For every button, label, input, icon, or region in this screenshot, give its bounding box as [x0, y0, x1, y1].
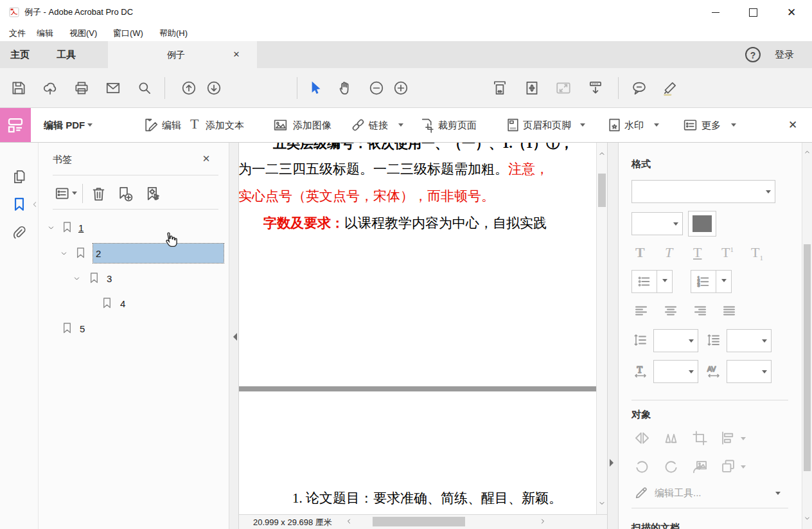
- select-tool-icon[interactable]: [306, 80, 323, 96]
- horizontal-scale-select[interactable]: [653, 360, 698, 383]
- expand-chevron-icon[interactable]: [46, 223, 56, 233]
- align-justify-button[interactable]: [721, 303, 737, 319]
- previous-page-icon[interactable]: [181, 80, 197, 96]
- expand-chevron-icon[interactable]: [72, 274, 82, 283]
- document-tab[interactable]: 例子 ✕: [108, 41, 257, 68]
- menu-edit[interactable]: 编辑: [34, 26, 56, 40]
- link-button[interactable]: 链接: [369, 108, 403, 142]
- panel-scrollbar[interactable]: [802, 143, 812, 529]
- numbered-list-dropdown[interactable]: [716, 270, 732, 293]
- edit-tool-button[interactable]: 编辑: [162, 108, 181, 142]
- menu-view[interactable]: 视图(V): [67, 26, 100, 40]
- superscript-button[interactable]: T1: [721, 244, 734, 261]
- scroll-down-icon[interactable]: [803, 514, 811, 523]
- next-page-icon[interactable]: [206, 80, 222, 96]
- bookmark-options-button[interactable]: [54, 185, 71, 202]
- document-tab-close-icon[interactable]: ✕: [230, 48, 243, 61]
- align-right-button[interactable]: [692, 303, 707, 319]
- highlight-icon[interactable]: [662, 80, 678, 96]
- font-size-select[interactable]: [631, 212, 683, 235]
- collapse-left-panel-icon[interactable]: [229, 333, 237, 341]
- tab-home[interactable]: 主页: [10, 41, 30, 68]
- paragraph-spacing-select[interactable]: [727, 329, 772, 352]
- vertical-scrollbar-thumb[interactable]: [598, 174, 606, 207]
- vertical-scrollbar[interactable]: [596, 143, 607, 514]
- pdf-page-viewport[interactable]: 五类层级编号：依次使用一、（一）、1.（1）①， 为一二三四五级标题。一二三级标…: [239, 143, 596, 514]
- menu-file[interactable]: 文件: [6, 26, 28, 40]
- crop-object-button[interactable]: [691, 429, 709, 447]
- maximize-button[interactable]: [739, 0, 767, 24]
- replace-image-button[interactable]: [691, 458, 709, 475]
- hand-tool-icon[interactable]: [337, 80, 353, 96]
- attachments-icon[interactable]: [11, 225, 28, 242]
- align-objects-button[interactable]: [719, 429, 737, 447]
- character-spacing-select[interactable]: [727, 360, 772, 383]
- bookmark-item-icon[interactable]: [100, 296, 114, 310]
- sign-in-button[interactable]: 登录: [775, 41, 794, 68]
- bookmark-item-icon[interactable]: [87, 271, 101, 285]
- numbered-list-button[interactable]: [691, 270, 716, 293]
- panel-scrollbar-thumb[interactable]: [804, 244, 811, 471]
- scroll-down-icon[interactable]: [597, 499, 606, 508]
- edit-tools-label[interactable]: 编辑工具...: [655, 487, 702, 499]
- bulleted-list-button[interactable]: [631, 270, 657, 293]
- more-button[interactable]: 更多: [702, 108, 736, 142]
- add-image-button[interactable]: 添加图像: [293, 108, 331, 142]
- left-panel-splitter[interactable]: [229, 143, 239, 529]
- scroll-up-icon[interactable]: [597, 149, 606, 158]
- fullscreen-icon[interactable]: [555, 80, 572, 96]
- collapse-right-panel-icon[interactable]: [610, 459, 617, 467]
- bookmark-item-3[interactable]: 3: [107, 273, 112, 284]
- add-text-icon[interactable]: T: [190, 116, 199, 132]
- font-color-swatch[interactable]: [688, 211, 716, 237]
- line-spacing-select[interactable]: [653, 329, 698, 352]
- underline-button[interactable]: T: [693, 244, 702, 261]
- add-text-button[interactable]: 添加文本: [206, 108, 244, 142]
- watermark-icon[interactable]: [606, 117, 622, 133]
- close-window-button[interactable]: ✕: [777, 0, 806, 24]
- link-icon[interactable]: [350, 117, 366, 133]
- share-cloud-icon[interactable]: [42, 80, 58, 96]
- edit-pdf-menu[interactable]: 编辑 PDF: [44, 108, 93, 142]
- rotate-clockwise-button[interactable]: [662, 458, 680, 475]
- header-footer-icon[interactable]: [505, 117, 521, 133]
- bookmark-item-1[interactable]: 1: [78, 222, 84, 233]
- hide-toolbar-icon[interactable]: [587, 80, 604, 96]
- scroll-up-icon[interactable]: [803, 148, 811, 156]
- chevron-down-icon[interactable]: [775, 492, 781, 498]
- bookmarks-panel-icon[interactable]: [11, 196, 28, 213]
- close-bookmarks-panel-button[interactable]: ✕: [199, 152, 213, 166]
- italic-button[interactable]: T: [665, 244, 673, 261]
- edit-pdf-tool-icon[interactable]: [0, 108, 31, 142]
- watermark-button[interactable]: 水印: [624, 108, 659, 142]
- zoom-out-icon[interactable]: [368, 80, 385, 96]
- scroll-left-icon[interactable]: [344, 517, 353, 526]
- search-icon[interactable]: [136, 80, 153, 96]
- fit-page-icon[interactable]: [524, 80, 540, 96]
- align-center-button[interactable]: [663, 303, 678, 319]
- subscript-button[interactable]: T1: [751, 244, 763, 262]
- flip-horizontal-button[interactable]: [662, 429, 680, 447]
- arrange-objects-button[interactable]: [719, 458, 737, 475]
- horizontal-scrollbar-thumb[interactable]: [373, 517, 465, 526]
- crop-pages-button[interactable]: 裁剪页面: [438, 108, 477, 142]
- bulleted-list-dropdown[interactable]: [657, 270, 673, 293]
- edit-tool-icon[interactable]: [143, 117, 159, 133]
- email-icon[interactable]: [105, 80, 121, 96]
- tab-tools[interactable]: 工具: [57, 41, 76, 68]
- bookmark-item-4[interactable]: 4: [120, 298, 125, 309]
- scroll-right-icon[interactable]: [538, 517, 547, 526]
- bookmark-item-icon[interactable]: [74, 246, 87, 260]
- close-edit-toolbar-button[interactable]: ✕: [785, 118, 800, 133]
- delete-bookmark-icon[interactable]: [90, 185, 107, 202]
- bookmark-item-2[interactable]: 2: [96, 248, 101, 259]
- right-panel-splitter[interactable]: [607, 143, 618, 529]
- bookmark-item-icon[interactable]: [60, 220, 74, 234]
- save-icon[interactable]: [10, 80, 27, 96]
- menu-help[interactable]: 帮助(H): [157, 26, 190, 40]
- set-destination-icon[interactable]: [144, 185, 161, 202]
- new-bookmark-icon[interactable]: [116, 185, 134, 202]
- print-icon[interactable]: [73, 80, 90, 96]
- comment-icon[interactable]: [631, 80, 648, 96]
- bookmark-item-icon[interactable]: [60, 321, 74, 335]
